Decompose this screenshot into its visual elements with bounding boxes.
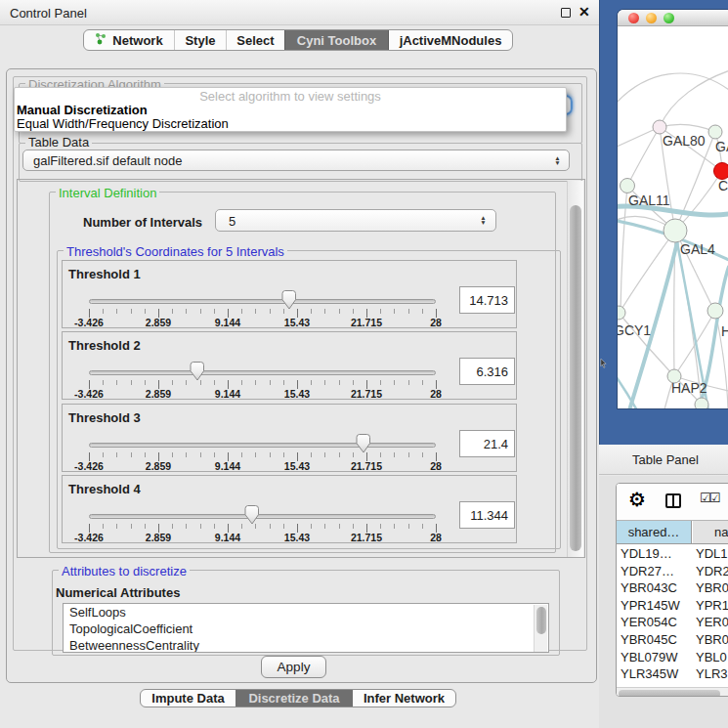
table-row[interactable]: YDL19…YDL1 xyxy=(617,545,728,563)
tick-label: 9.144 xyxy=(215,460,240,472)
tab-bar: Network Style Select Cyni Toolbox jActiv… xyxy=(83,29,513,51)
tick-label: 15.43 xyxy=(284,460,310,472)
tab-label: Cyni Toolbox xyxy=(297,33,376,48)
tick-label: 21.715 xyxy=(351,317,382,328)
scrollbar-thumb[interactable] xyxy=(570,205,581,551)
attribute-item[interactable]: BetweennessCentrality xyxy=(64,637,548,653)
numerical-attributes-list[interactable]: SelfLoopsTopologicalCoefficientBetweenne… xyxy=(63,603,549,653)
slider-track[interactable] xyxy=(89,299,436,304)
zoom-traffic-light[interactable] xyxy=(664,13,674,23)
node-gcy1 xyxy=(618,306,625,320)
table-row[interactable]: YPR145WYPR1 xyxy=(617,597,728,615)
node-label: GCY1 xyxy=(618,322,651,338)
node-bottom xyxy=(695,398,708,408)
table-data-combobox[interactable]: galFiltered.sif default node ▲▼ xyxy=(22,150,570,171)
tick-label: 15.43 xyxy=(284,532,310,543)
tick-label: 15.43 xyxy=(284,317,310,328)
network-canvas[interactable]: GAL80 GA C GAL11 GAL4 GCY1 H HAP2 xyxy=(618,26,728,408)
apply-button[interactable]: Apply xyxy=(261,656,326,678)
tab-impute-data[interactable]: Impute Data xyxy=(141,690,236,707)
dropdown-hint[interactable]: Select algorithm to view settings xyxy=(15,89,566,104)
vertical-scrollbar[interactable] xyxy=(567,181,583,557)
app: Control Panel ✕ Network Style Select Cyn… xyxy=(0,0,728,728)
attribute-item[interactable]: SelfLoops xyxy=(64,604,548,621)
table-row[interactable]: YER054CYER0 xyxy=(617,614,728,631)
attribute-item[interactable]: TopologicalCoefficient xyxy=(64,621,548,637)
node-label: GAL11 xyxy=(628,193,670,208)
column-header-name[interactable]: na xyxy=(693,521,728,543)
list-scrollbar-thumb[interactable] xyxy=(536,607,546,634)
mouse-cursor-icon xyxy=(600,359,607,368)
bottom-tab-bar: Impute Data Discretize Data Infer Networ… xyxy=(140,689,456,707)
horizontal-scrollbar[interactable] xyxy=(617,687,728,697)
slider-thumb[interactable] xyxy=(281,290,297,310)
cell-shared-name: YBL079W xyxy=(617,649,696,666)
table-data-label: Table Data xyxy=(25,135,92,150)
slider-track[interactable] xyxy=(89,370,436,375)
spinner-value: 5 xyxy=(229,214,236,229)
select-columns-icon[interactable]: ☑☑ xyxy=(700,491,718,505)
slider-track[interactable] xyxy=(89,514,436,519)
threshold-label: Threshold 4 xyxy=(68,482,141,496)
thresholds-group-label: Threshold's Coordinates for 5 Intervals xyxy=(64,244,287,259)
network-window-titlebar xyxy=(618,10,728,26)
tab-jactivemnodules[interactable]: jActiveMNodules xyxy=(389,30,512,50)
slider-thumb[interactable] xyxy=(190,362,205,381)
tick-label: 2.859 xyxy=(146,317,171,328)
table-row[interactable]: YBR045CYBR0 xyxy=(617,631,728,649)
dropdown-item-equal-width[interactable]: Equal Width/Frequency Discretization xyxy=(17,116,229,131)
number-of-intervals-spinner[interactable]: 5 ▲▼ xyxy=(215,209,496,232)
node-gal80 xyxy=(653,120,666,134)
tick-label: 2.859 xyxy=(146,460,171,472)
threshold-label: Threshold 3 xyxy=(68,410,141,425)
network-window: GAL80 GA C GAL11 GAL4 GCY1 H HAP2 xyxy=(618,10,728,408)
gear-icon[interactable]: ⚙ xyxy=(628,488,646,511)
node-red-selected xyxy=(714,163,728,180)
dropdown-item-manual[interactable]: Manual Discretization xyxy=(17,103,148,117)
threshold-value-field[interactable]: 6.316 xyxy=(459,358,515,385)
columns-icon[interactable] xyxy=(665,493,681,508)
tab-infer-network[interactable]: Infer Network xyxy=(353,690,455,707)
tick-label: 28 xyxy=(430,388,442,400)
threshold-value-field[interactable]: 21.4 xyxy=(459,430,515,457)
combo-arrows-icon: ▲▼ xyxy=(553,155,562,165)
table-row[interactable]: YLR345WYLR3 xyxy=(617,665,728,683)
slider-thumb[interactable] xyxy=(356,434,371,453)
tab-cyni-toolbox[interactable]: Cyni Toolbox xyxy=(284,30,389,50)
close-icon[interactable]: ✕ xyxy=(578,4,590,20)
table-row[interactable]: YBL079WYBL0 xyxy=(617,649,728,666)
cell-shared-name: YER054C xyxy=(617,614,696,631)
threshold-value-field[interactable]: 11.344 xyxy=(459,501,515,529)
tick-labels: -3.4262.8599.14415.4321.71528 xyxy=(89,317,437,328)
table-row[interactable]: YDR27…YDR2 xyxy=(617,563,728,580)
cell-shared-name: YLR345W xyxy=(617,665,696,683)
tab-style[interactable]: Style xyxy=(174,30,226,50)
close-traffic-light[interactable] xyxy=(628,13,639,23)
network-view-frame: GAL80 GA C GAL11 GAL4 GCY1 H HAP2 xyxy=(599,0,728,445)
float-icon[interactable] xyxy=(561,8,571,18)
table-header: shared… na xyxy=(617,520,728,544)
list-scrollbar[interactable] xyxy=(534,605,547,652)
table-row[interactable]: YBR043CYBR0 xyxy=(617,579,728,597)
algorithm-dropdown-popup: Select algorithm to view settings Manual… xyxy=(14,87,567,132)
node-label: H xyxy=(721,323,728,339)
slider-track[interactable] xyxy=(89,443,436,448)
threshold-row: Threshold 3-3.4262.8599.14415.4321.71528… xyxy=(62,404,517,472)
threshold-row: Threshold 4-3.4262.8599.14415.4321.71528… xyxy=(62,475,517,543)
tick-label: 9.144 xyxy=(215,532,240,543)
tab-label: Select xyxy=(236,33,274,48)
cell-name: YLR3 xyxy=(696,666,728,681)
slider-thumb[interactable] xyxy=(244,505,260,525)
threshold-value-field[interactable]: 14.713 xyxy=(459,286,515,314)
tab-discretize-data[interactable]: Discretize Data xyxy=(236,690,353,707)
column-header-shared-name[interactable]: shared… xyxy=(617,521,692,543)
tab-network[interactable]: Network xyxy=(84,30,174,50)
tick-label: 21.715 xyxy=(351,388,382,400)
control-panel-titlebar: Control Panel ✕ xyxy=(0,0,599,25)
tick-label: 21.715 xyxy=(351,460,382,472)
minimize-traffic-light[interactable] xyxy=(646,13,657,23)
scrollbar-thumb[interactable] xyxy=(619,690,720,697)
cell-name: YDL1 xyxy=(696,546,728,561)
tab-select[interactable]: Select xyxy=(226,30,284,50)
tab-label: Impute Data xyxy=(151,691,224,706)
